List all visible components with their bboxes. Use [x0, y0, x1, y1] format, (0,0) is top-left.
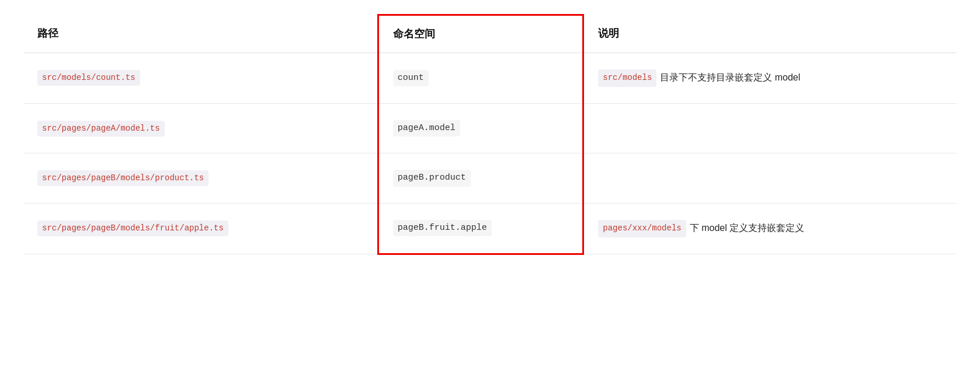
path-cell: src/pages/pageB/models/product.ts: [23, 153, 378, 204]
namespace-cell: pageB.product: [378, 153, 583, 204]
namespace-code-tag: pageB.fruit.apple: [393, 220, 492, 237]
header-namespace: 命名空间: [378, 15, 583, 53]
description-code-tag: src/models: [598, 69, 656, 87]
namespace-code-tag: pageA.model: [393, 120, 460, 137]
path-cell: src/pages/pageA/model.ts: [23, 103, 378, 153]
table-row: src/pages/pageB/models/product.tspageB.p…: [23, 153, 957, 204]
path-code-tag: src/pages/pageB/models/product.ts: [37, 170, 208, 186]
description-cell: [583, 153, 957, 204]
description-code-tag: pages/xxx/models: [598, 220, 686, 237]
header-description: 说明: [583, 15, 957, 53]
description-cell: [583, 103, 957, 153]
namespace-cell: count: [378, 53, 583, 104]
description-cell: src/models目录下不支持目录嵌套定义 model: [583, 53, 957, 104]
table-row: src/models/count.tscountsrc/models目录下不支持…: [23, 53, 957, 104]
description-cell: pages/xxx/models下 model 定义支持嵌套定义: [583, 203, 957, 254]
namespace-code-tag: count: [393, 70, 429, 87]
table-row: src/pages/pageA/model.tspageA.model: [23, 103, 957, 153]
namespace-code-tag: pageB.product: [393, 170, 471, 187]
path-code-tag: src/pages/pageA/model.ts: [37, 121, 165, 136]
header-path: 路径: [23, 15, 378, 53]
path-cell: src/models/count.ts: [23, 53, 378, 104]
table-row: src/pages/pageB/models/fruit/apple.tspag…: [23, 203, 957, 254]
path-code-tag: src/models/count.ts: [37, 70, 140, 86]
namespace-cell: pageB.fruit.apple: [378, 203, 583, 254]
main-wrapper: 路径 命名空间 说明 src/models/count.tscountsrc/m…: [0, 0, 980, 378]
path-cell: src/pages/pageB/models/fruit/apple.ts: [23, 203, 378, 254]
path-code-tag: src/pages/pageB/models/fruit/apple.ts: [37, 220, 228, 236]
namespace-cell: pageA.model: [378, 103, 583, 153]
data-table: 路径 命名空间 说明 src/models/count.tscountsrc/m…: [23, 14, 957, 255]
